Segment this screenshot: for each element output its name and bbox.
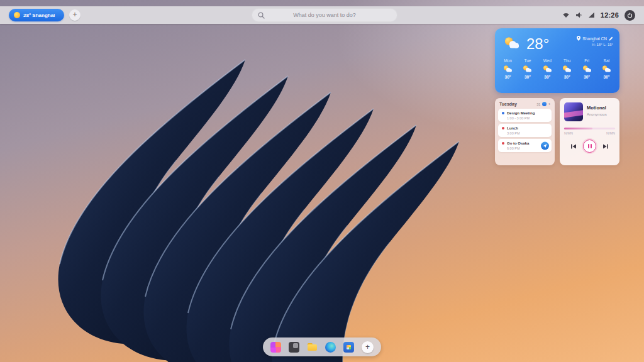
- progress-bar[interactable]: [564, 128, 615, 129]
- calendar-event[interactable]: Design Meeting 1:00 - 3:00 PM: [498, 109, 552, 122]
- search-bar[interactable]: [252, 8, 397, 22]
- location-label: Shanghai CN: [582, 36, 607, 41]
- time-elapsed: N/MN: [564, 131, 573, 135]
- track-artist: Anonymous: [587, 112, 607, 116]
- event-title: Design Meeting: [507, 111, 535, 115]
- weather-widget[interactable]: 28° Shanghai CN H: 18° L: 15° Mon: [495, 28, 619, 93]
- sun-cloud-icon: [562, 65, 572, 73]
- dock-icon-gallery[interactable]: [343, 342, 354, 353]
- album-art: [564, 102, 583, 121]
- desktop: 28° Shanghai + 12:26: [0, 0, 644, 362]
- day-label: Tue: [524, 58, 531, 63]
- forecast-day: Tue 30°: [522, 58, 533, 79]
- day-temp: 30°: [544, 75, 550, 79]
- event-color-dot: [502, 127, 504, 129]
- dock: +: [263, 337, 381, 356]
- forecast-day: Wed 30°: [542, 58, 553, 79]
- event-color-dot: [502, 142, 504, 145]
- notification-dot-icon: [542, 102, 547, 106]
- plane-icon: [543, 143, 547, 148]
- high-low-label: H: 18° L: 15°: [577, 43, 613, 47]
- dock-add-button[interactable]: +: [362, 341, 374, 353]
- day-temp: 30°: [604, 75, 610, 79]
- day-temp: 30°: [584, 75, 590, 79]
- calendar-date-label: 31: [536, 102, 540, 106]
- dock-icon-terminal[interactable]: [289, 342, 299, 353]
- weather-chip-label: 28° Shanghai: [23, 13, 55, 18]
- pause-button[interactable]: [583, 140, 596, 153]
- cellular-signal-icon[interactable]: [588, 12, 595, 18]
- forecast-day: Thu 30°: [562, 58, 572, 79]
- wifi-icon[interactable]: [562, 12, 570, 18]
- event-title: Go to Osaka: [507, 141, 529, 145]
- power-icon: [627, 13, 633, 18]
- next-track-button[interactable]: [602, 143, 609, 150]
- volume-icon[interactable]: [575, 12, 582, 18]
- sun-cloud-icon: [522, 65, 533, 73]
- sun-cloud-icon: [542, 65, 553, 73]
- location-pin-icon: [577, 36, 580, 41]
- event-color-dot: [502, 112, 504, 114]
- day-label: Thu: [564, 58, 570, 63]
- weather-chip[interactable]: 28° Shanghai: [9, 9, 64, 21]
- calendar-event[interactable]: Lunch 3:00 PM: [498, 124, 552, 137]
- status-tray: 12:26: [562, 6, 635, 24]
- search-input[interactable]: [252, 8, 397, 22]
- sun-cloud-icon: [502, 65, 513, 73]
- event-time: 1:00 - 3:00 PM: [507, 116, 548, 120]
- progress-fill: [564, 128, 592, 129]
- power-button[interactable]: [625, 10, 635, 21]
- calendar-title: Tuesday: [499, 102, 517, 106]
- day-temp: 30°: [564, 75, 570, 79]
- edit-pencil-icon[interactable]: [609, 36, 613, 41]
- travel-badge: [541, 141, 549, 150]
- dock-icon-files[interactable]: [307, 342, 318, 353]
- sun-icon: [14, 12, 20, 18]
- event-time: 3:00 PM: [507, 131, 548, 135]
- add-widget-button[interactable]: +: [69, 9, 80, 21]
- sun-cloud-icon: [601, 65, 612, 73]
- time-remaining: N/MN: [606, 131, 615, 135]
- day-temp: 30°: [525, 75, 531, 79]
- dock-icon-browser[interactable]: [325, 342, 336, 353]
- day-label: Mon: [504, 58, 512, 63]
- current-temperature: 28°: [526, 36, 549, 52]
- dock-icon-app-grid[interactable]: [270, 342, 281, 353]
- calendar-event[interactable]: Go to Osaka 6:00 PM: [498, 139, 552, 152]
- chevron-right-icon[interactable]: ›: [548, 102, 550, 106]
- previous-track-button[interactable]: [570, 143, 577, 150]
- clock[interactable]: 12:26: [601, 11, 619, 19]
- day-temp: 30°: [505, 75, 511, 79]
- forecast-day: Fri 30°: [582, 58, 592, 79]
- forecast-day: Mon 30°: [502, 58, 513, 79]
- day-label: Sat: [604, 58, 610, 63]
- music-widget[interactable]: Motional Anonymous N/MN N/MN: [560, 98, 619, 165]
- day-label: Wed: [543, 58, 552, 63]
- forecast-day: Sat 30°: [601, 58, 612, 79]
- sun-cloud-icon: [582, 65, 592, 73]
- day-label: Fri: [584, 58, 589, 63]
- sun-cloud-icon: [502, 36, 521, 50]
- track-title: Motional: [587, 105, 607, 111]
- forecast-row: Mon 30° Tue 30° Wed 30° Thu 30° Fri: [495, 52, 619, 79]
- folder-body: [308, 344, 317, 351]
- calendar-widget[interactable]: Tuesday 31 › Design Meeting 1:00 - 3:00 …: [495, 98, 555, 165]
- top-bar: 28° Shanghai + 12:26: [0, 6, 644, 24]
- event-title: Lunch: [507, 126, 518, 130]
